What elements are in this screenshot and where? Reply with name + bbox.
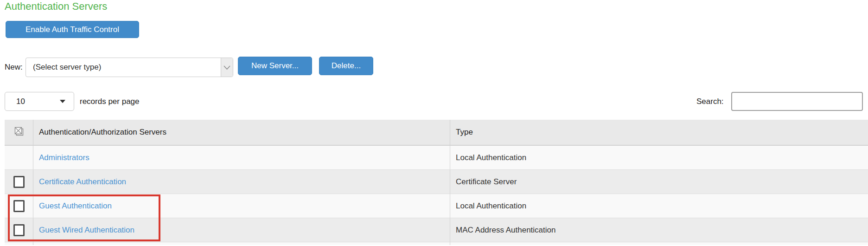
records-per-page-value: 10: [5, 97, 60, 106]
enable-auth-traffic-control-button[interactable]: Enable Auth Traffic Control: [6, 21, 139, 38]
checkbox-cell: [5, 194, 33, 218]
auth-servers-table: Authentication/Authorization Servers Typ…: [5, 120, 868, 245]
checkbox-cell: [5, 218, 33, 242]
records-per-page-select[interactable]: 10: [5, 92, 74, 111]
search-input[interactable]: [731, 92, 863, 111]
server-link-guest-wired-authentication[interactable]: Guest Wired Authentication: [39, 226, 134, 235]
column-header-type[interactable]: Type: [450, 120, 868, 145]
delete-button[interactable]: Delete...: [319, 57, 373, 75]
new-server-label: New:: [5, 58, 23, 77]
row-checkbox[interactable]: [13, 200, 25, 212]
server-type-value: Local Authentication: [456, 153, 526, 162]
server-link-guest-authentication[interactable]: Guest Authentication: [39, 201, 112, 211]
row-checkbox[interactable]: [13, 176, 25, 188]
page-title: Authentication Servers: [5, 0, 107, 13]
server-link-administrators[interactable]: Administrators: [39, 153, 89, 162]
server-type-value: Local Authentication: [456, 201, 526, 211]
column-header-servers[interactable]: Authentication/Authorization Servers: [33, 120, 450, 145]
checkbox-cell: [5, 170, 33, 194]
table-header-row: Authentication/Authorization Servers Typ…: [5, 120, 868, 146]
checkbox-cell: [5, 146, 33, 169]
chevron-down-icon: [221, 58, 233, 77]
new-server-button[interactable]: New Server...: [238, 57, 312, 75]
table-row-partial: [5, 242, 868, 245]
server-type-value: Certificate Server: [456, 177, 517, 187]
broken-image-icon: [13, 126, 25, 139]
row-checkbox[interactable]: [13, 224, 25, 236]
table-row-guest-wired-authentication: Guest Wired Authentication MAC Address A…: [5, 218, 868, 242]
authentication-servers-page: Authentication Servers Enable Auth Traff…: [0, 0, 868, 246]
search-label: Search:: [696, 92, 724, 111]
records-per-page-label: records per page: [80, 92, 140, 111]
caret-down-icon: [60, 100, 65, 103]
server-type-select-value: (Select server type): [26, 58, 221, 77]
server-type-value: MAC Address Authentication: [456, 226, 555, 235]
select-all-header-cell: [5, 120, 33, 145]
table-row-administrators: Administrators Local Authentication: [5, 146, 868, 170]
table-row-guest-authentication: Guest Authentication Local Authenticatio…: [5, 194, 868, 218]
server-type-select[interactable]: (Select server type): [26, 58, 233, 77]
server-link-certificate-authentication[interactable]: Certificate Authentication: [39, 177, 126, 187]
table-row-certificate-authentication: Certificate Authentication Certificate S…: [5, 170, 868, 194]
